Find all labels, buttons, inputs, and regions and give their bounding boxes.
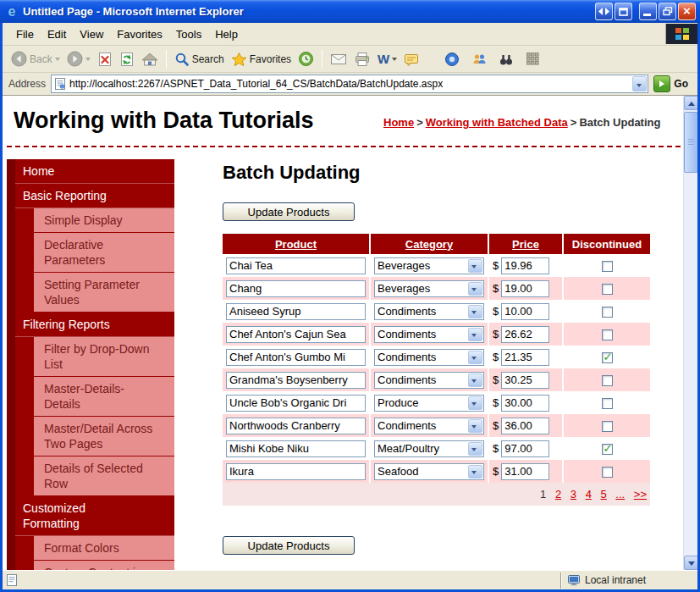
category-select[interactable]: Condiments bbox=[374, 349, 484, 366]
product-input[interactable] bbox=[226, 280, 366, 297]
discontinued-checkbox[interactable] bbox=[602, 284, 613, 295]
forward-button[interactable] bbox=[63, 49, 94, 69]
forward-dropdown-icon[interactable] bbox=[85, 58, 91, 61]
menu-tools[interactable]: Tools bbox=[169, 24, 208, 45]
discontinued-checkbox[interactable] bbox=[602, 307, 613, 318]
column-header-price[interactable]: Price bbox=[512, 238, 539, 251]
sidebar-item-format-colors[interactable]: Format Colors bbox=[34, 536, 174, 560]
update-products-button-bottom[interactable]: Update Products bbox=[223, 536, 355, 555]
category-select[interactable]: Condiments bbox=[374, 326, 484, 343]
category-select[interactable]: Produce bbox=[374, 395, 484, 412]
history-button[interactable] bbox=[295, 49, 317, 69]
product-input[interactable] bbox=[226, 395, 366, 412]
discontinued-checkbox[interactable] bbox=[602, 398, 613, 409]
price-input[interactable] bbox=[501, 280, 549, 297]
mail-button[interactable] bbox=[327, 51, 350, 68]
price-input[interactable] bbox=[501, 257, 549, 274]
scroll-down-button[interactable] bbox=[684, 556, 697, 570]
price-input[interactable] bbox=[501, 349, 549, 366]
address-input[interactable] bbox=[66, 78, 631, 90]
sidebar-item-master-detail-across-two-pages[interactable]: Master/Detail Across Two Pages bbox=[34, 417, 174, 456]
chevron-down-icon[interactable] bbox=[468, 305, 482, 318]
price-input[interactable] bbox=[501, 326, 549, 343]
chevron-down-icon[interactable] bbox=[468, 396, 482, 410]
chevron-down-icon[interactable] bbox=[468, 373, 482, 387]
pager-page-4[interactable]: 4 bbox=[586, 488, 592, 501]
edit-dropdown-icon[interactable] bbox=[392, 58, 397, 61]
go-button[interactable]: Go bbox=[653, 75, 692, 92]
price-input[interactable] bbox=[501, 372, 549, 389]
sidebar-item-setting-parameter-values[interactable]: Setting Parameter Values bbox=[34, 273, 174, 312]
address-dropdown-button[interactable] bbox=[632, 76, 647, 91]
discontinued-checkbox[interactable] bbox=[602, 261, 613, 272]
close-button[interactable]: × bbox=[678, 3, 696, 20]
menu-help[interactable]: Help bbox=[208, 24, 245, 45]
category-select[interactable]: Seafood bbox=[374, 463, 484, 480]
chevron-down-icon[interactable] bbox=[468, 282, 482, 296]
product-input[interactable] bbox=[226, 349, 366, 366]
sidebar-item-details-of-selected-row[interactable]: Details of Selected Row bbox=[34, 456, 174, 495]
scrollbar-thumb[interactable] bbox=[684, 112, 697, 173]
home-button[interactable] bbox=[138, 50, 162, 69]
product-input[interactable] bbox=[226, 372, 366, 389]
pager-next[interactable]: >> bbox=[634, 488, 647, 501]
category-select[interactable]: Condiments bbox=[374, 418, 484, 434]
breadcrumb-batched-data-link[interactable]: Working with Batched Data bbox=[426, 116, 568, 129]
category-select[interactable]: Condiments bbox=[374, 372, 484, 389]
breadcrumb-home-link[interactable]: Home bbox=[383, 116, 414, 129]
column-header-product[interactable]: Product bbox=[275, 238, 317, 251]
discontinued-checkbox[interactable] bbox=[602, 352, 613, 363]
product-input[interactable] bbox=[226, 418, 366, 434]
price-input[interactable] bbox=[501, 440, 549, 457]
refresh-button[interactable] bbox=[116, 50, 138, 69]
product-input[interactable] bbox=[226, 440, 366, 457]
chevron-down-icon[interactable] bbox=[468, 328, 482, 341]
messenger-button[interactable] bbox=[441, 50, 463, 69]
product-input[interactable] bbox=[226, 257, 366, 274]
category-select[interactable]: Beverages bbox=[374, 257, 484, 274]
category-select[interactable]: Condiments bbox=[374, 303, 484, 320]
discuss-button[interactable] bbox=[400, 50, 422, 69]
back-dropdown-icon[interactable] bbox=[55, 58, 60, 61]
print-button[interactable] bbox=[350, 50, 374, 69]
scroll-up-button[interactable] bbox=[684, 96, 697, 110]
sidebar-item-custom-content[interactable]: Custom Content in a bbox=[34, 561, 174, 570]
price-input[interactable] bbox=[501, 395, 549, 412]
chevron-down-icon[interactable] bbox=[468, 442, 482, 456]
stop-button[interactable] bbox=[94, 50, 116, 69]
product-input[interactable] bbox=[226, 463, 366, 480]
column-header-category[interactable]: Category bbox=[405, 238, 453, 251]
menu-edit[interactable]: Edit bbox=[41, 24, 73, 45]
product-input[interactable] bbox=[226, 326, 366, 343]
discontinued-checkbox[interactable] bbox=[602, 444, 613, 455]
sidebar-item-home[interactable]: Home bbox=[15, 159, 174, 184]
sidebar-section-customized-formatting[interactable]: Customized Formatting bbox=[15, 496, 174, 536]
sidebar-item-declarative-parameters[interactable]: Declarative Parameters bbox=[34, 233, 174, 272]
titlebar-extra-button-1[interactable] bbox=[595, 3, 613, 20]
menu-file[interactable]: File bbox=[9, 24, 41, 45]
price-input[interactable] bbox=[501, 418, 549, 434]
category-select[interactable]: Beverages bbox=[374, 280, 484, 297]
pager-page-5[interactable]: 5 bbox=[600, 488, 606, 501]
titlebar-extra-button-2[interactable] bbox=[615, 3, 632, 20]
grid-button[interactable] bbox=[522, 50, 543, 68]
discontinued-checkbox[interactable] bbox=[602, 467, 613, 478]
edit-button[interactable]: W bbox=[374, 51, 400, 68]
discontinued-checkbox[interactable] bbox=[602, 329, 613, 340]
discontinued-checkbox[interactable] bbox=[602, 375, 613, 386]
sidebar-section-filtering-reports[interactable]: Filtering Reports bbox=[15, 313, 174, 337]
chevron-down-icon[interactable] bbox=[468, 419, 482, 433]
price-input[interactable] bbox=[501, 303, 549, 320]
scrollbar-track[interactable] bbox=[683, 96, 697, 570]
pager-page-2[interactable]: 2 bbox=[555, 488, 561, 501]
update-products-button-top[interactable]: Update Products bbox=[223, 202, 355, 221]
pager-ellipsis[interactable]: ... bbox=[615, 488, 625, 501]
chevron-down-icon[interactable] bbox=[468, 259, 482, 273]
pager-page-3[interactable]: 3 bbox=[570, 488, 576, 501]
sidebar-item-simple-display[interactable]: Simple Display bbox=[34, 208, 174, 232]
research-button[interactable] bbox=[495, 51, 517, 68]
restore-button[interactable] bbox=[659, 3, 676, 20]
menu-favorites[interactable]: Favorites bbox=[110, 24, 168, 45]
chevron-down-icon[interactable] bbox=[468, 351, 482, 364]
sidebar-item-master-details-details[interactable]: Master-Details-Details bbox=[34, 377, 174, 416]
